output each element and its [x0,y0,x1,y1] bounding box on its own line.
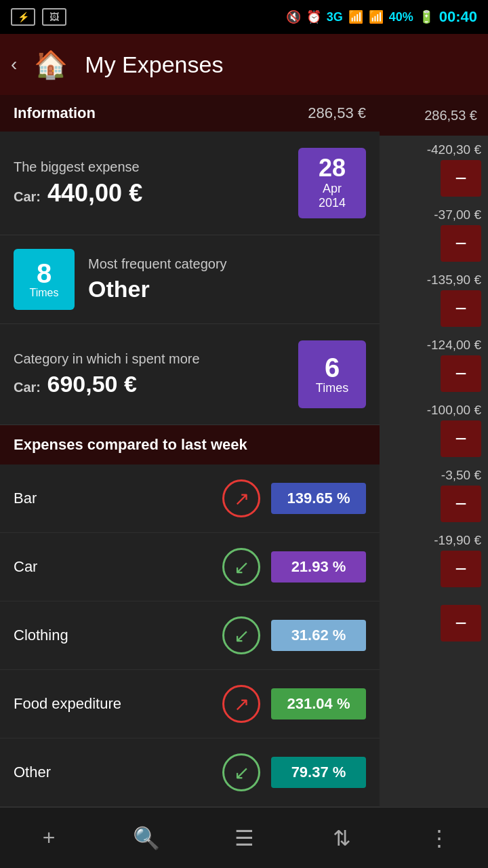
compare-row: Food expediture ↗ 231.04 % [0,670,380,738]
right-panel: 286,53 € -420,30 €−-37,00 €−-135,90 €−-1… [380,95,488,807]
percent-badge-2: 31.62 % [271,620,366,651]
right-amount-1: -37,00 € [434,201,481,225]
minus-button-5[interactable]: − [441,486,481,522]
arrow-icon-1: ↙ [222,548,260,586]
compare-label-4: Other [14,764,211,781]
right-amount-0: -420,30 € [427,136,481,160]
freq-times-label: Times [30,287,59,299]
compare-row: Car ↙ 21.93 % [0,533,380,601]
right-row: − [380,591,488,646]
compare-row: Other ↙ 79.37 % [0,738,380,807]
signal2-icon: 📶 [369,9,384,24]
bottom-nav-bar: +🔍☰⇅⋮ [0,807,488,868]
percent-badge-3: 231.04 % [271,688,366,719]
minus-button-0[interactable]: − [441,160,481,197]
biggest-expense-label: The biggest expense [14,159,142,175]
freq-title: Most frequent category [88,256,227,272]
right-row: -100,00 €− [380,396,488,461]
minus-button-4[interactable]: − [441,420,481,457]
arrow-icon-2: ↙ [222,616,260,654]
compared-header: Expenses compared to last week [0,425,380,465]
compare-label-3: Food expediture [14,695,211,713]
spent-times-label: Times [316,381,348,395]
compare-label-0: Bar [14,490,211,507]
nav-sort[interactable]: ⇅ [314,811,369,865]
freq-info: Most frequent category Other [88,256,227,302]
toolbar-title: My Expenses [85,52,223,78]
toolbar: ‹ 🏠 My Expenses [0,34,488,95]
info-section-header: Information 286,53 € [0,95,380,132]
minus-button-1[interactable]: − [441,225,481,262]
compare-rows: Bar ↗ 139.65 % Car ↙ 21.93 % Clothing ↙ … [0,465,380,807]
date-day: 28 [319,156,346,180]
minus-button-2[interactable]: − [441,290,481,327]
minus-button-3[interactable]: − [441,355,481,392]
right-amount-5: -3,50 € [441,461,481,486]
spent-times-badge: 6 Times [298,340,366,408]
spent-times-num: 6 [325,354,340,381]
page: ⚡ 🖼 🔇 ⏰ 3G 📶 📶 40% 🔋 00:40 ‹ 🏠 My Expens… [0,0,488,868]
nav-more[interactable]: ⋮ [412,811,466,865]
right-amount-6: -19,90 € [434,526,481,551]
left-panel: Information 286,53 € The biggest expense… [0,95,380,807]
info-label: Information [14,104,96,122]
spent-label: Category in which i spent more [14,351,200,367]
nav-add[interactable]: + [22,811,76,865]
compared-label: Expenses compared to last week [14,436,247,453]
network-label: 3G [327,10,343,24]
right-row: -124,00 €− [380,331,488,396]
right-amount-2: -135,90 € [427,266,481,290]
compare-row: Clothing ↙ 31.62 % [0,601,380,670]
right-row: -135,90 €− [380,266,488,331]
time-label: 00:40 [439,8,477,26]
compare-label-2: Clothing [14,627,211,644]
right-row: -19,90 €− [380,526,488,591]
freq-count: 8 [37,260,52,287]
arrow-icon-4: ↙ [222,753,260,791]
biggest-expense-value: Car: 440,00 € [14,179,142,208]
content-area: Information 286,53 € The biggest expense… [0,95,488,807]
right-header: 286,53 € [380,95,488,136]
bluetooth-icon: ⚡ [11,8,35,26]
nav-list[interactable]: ☰ [217,811,271,865]
app-icon: 🏠 [30,44,71,85]
battery-label: 40% [389,10,413,24]
info-total: 286,53 € [308,104,366,122]
percent-badge-1: 21.93 % [271,551,366,583]
arrow-icon-0: ↗ [222,479,260,517]
right-rows: -420,30 €−-37,00 €−-135,90 €−-124,00 €−-… [380,136,488,646]
date-badge: 28 Apr 2014 [298,148,366,218]
compare-label-1: Car [14,558,211,576]
spent-more-card: Category in which i spent more Car: 690,… [0,324,380,425]
date-month: Apr [323,182,342,196]
biggest-expense-left: The biggest expense Car: 440,00 € [14,159,142,208]
right-amount-3: -124,00 € [427,331,481,355]
status-right: 🔇 ⏰ 3G 📶 📶 40% 🔋 00:40 [286,8,477,26]
signal-icon: 📶 [348,9,363,24]
freq-count-badge: 8 Times [14,249,75,310]
right-row: -420,30 €− [380,136,488,201]
right-row: -37,00 €− [380,201,488,266]
minus-button-7[interactable]: − [441,605,481,642]
arrow-icon-3: ↗ [222,685,260,723]
nav-search[interactable]: 🔍 [119,811,174,865]
freq-category: Other [88,276,227,302]
battery-icon: 🔋 [419,9,434,24]
date-year: 2014 [319,196,346,210]
status-bar: ⚡ 🖼 🔇 ⏰ 3G 📶 📶 40% 🔋 00:40 [0,0,488,34]
status-left: ⚡ 🖼 [11,8,66,26]
minus-button-6[interactable]: − [441,551,481,587]
spent-value: Car: 690,50 € [14,371,200,397]
freq-category-card: 8 Times Most frequent category Other [0,235,380,324]
image-icon: 🖼 [42,8,66,26]
percent-badge-4: 79.37 % [271,757,366,788]
right-row: -3,50 €− [380,461,488,526]
mute-icon: 🔇 [286,9,301,24]
back-button[interactable]: ‹ [11,54,17,75]
percent-badge-0: 139.65 % [271,483,366,514]
right-amount-4: -100,00 € [427,396,481,420]
biggest-expense-card: The biggest expense Car: 440,00 € 28 Apr… [0,132,380,235]
compare-row: Bar ↗ 139.65 % [0,465,380,533]
spent-left: Category in which i spent more Car: 690,… [14,351,200,397]
alarm-icon: ⏰ [306,9,321,24]
